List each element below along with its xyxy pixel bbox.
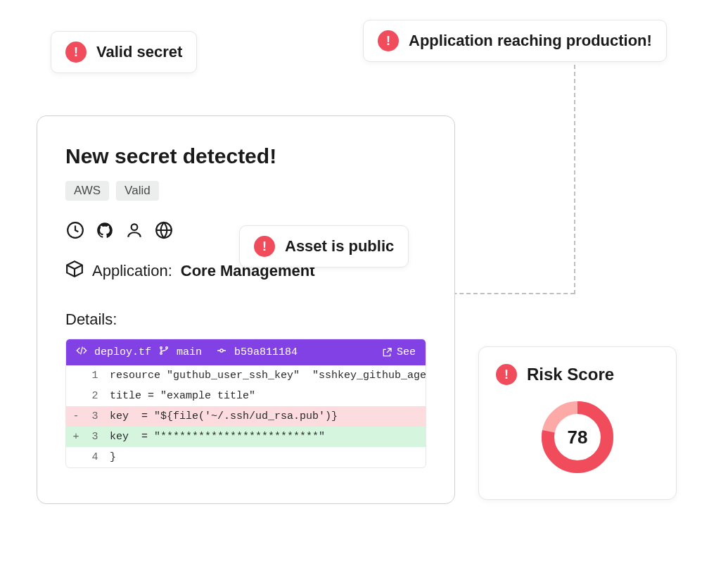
callout-app-production: Application reaching production! xyxy=(363,20,667,62)
filename: deploy.tf xyxy=(94,346,151,358)
svg-point-6 xyxy=(220,349,223,352)
tag-list: AWS Valid xyxy=(65,181,426,201)
clock-icon xyxy=(65,220,85,240)
callout-label: Asset is public xyxy=(285,237,394,256)
user-icon xyxy=(124,220,144,240)
risk-ring: 78 xyxy=(539,399,615,475)
code-line: 2title = "example title" xyxy=(66,386,426,406)
svg-point-3 xyxy=(160,347,162,349)
code-line: 4} xyxy=(66,447,426,467)
code-line: +3key = "*************************" xyxy=(66,427,426,447)
svg-point-5 xyxy=(160,353,162,355)
code-line: -3key = "${file('~/.ssh/ud_rsa.pub')} xyxy=(66,406,426,427)
risk-title: Risk Score xyxy=(527,365,614,384)
code-line: 1resource "guthub_user_ssh_key" "sshkey_… xyxy=(66,365,426,386)
github-icon xyxy=(95,220,115,240)
code-header: deploy.tf main b59a811184 See xyxy=(66,339,426,365)
tag-aws: AWS xyxy=(65,181,109,201)
card-title: New secret detected! xyxy=(65,144,426,168)
see-label: See xyxy=(397,346,416,358)
alert-icon xyxy=(496,364,517,385)
connector-line xyxy=(574,65,575,294)
callout-valid-secret: Valid secret xyxy=(51,31,197,73)
risk-score-card: Risk Score 78 xyxy=(478,346,677,500)
globe-icon xyxy=(154,220,174,240)
risk-value: 78 xyxy=(568,427,588,448)
package-icon xyxy=(65,260,84,282)
alert-icon xyxy=(65,42,87,63)
svg-point-1 xyxy=(132,224,138,230)
alert-icon xyxy=(378,30,399,51)
application-label: Application: xyxy=(92,262,172,280)
commit-icon xyxy=(216,345,227,360)
alert-icon xyxy=(254,236,275,257)
svg-point-4 xyxy=(166,347,168,349)
branch-icon xyxy=(158,345,170,360)
branch-name: main xyxy=(177,346,202,358)
secret-detected-card: New secret detected! AWS Valid Applicati… xyxy=(37,115,455,504)
see-link[interactable]: See xyxy=(381,346,416,358)
commit-hash: b59a811184 xyxy=(234,346,298,358)
details-label: Details: xyxy=(65,310,426,329)
code-block: deploy.tf main b59a811184 See 1resource … xyxy=(65,339,426,468)
risk-header: Risk Score xyxy=(496,364,659,385)
code-icon xyxy=(76,345,87,360)
callout-label: Valid secret xyxy=(96,43,182,61)
callout-asset-public: Asset is public xyxy=(239,225,409,268)
code-body: 1resource "guthub_user_ssh_key" "sshkey_… xyxy=(66,365,426,467)
callout-label: Application reaching production! xyxy=(409,32,652,50)
tag-valid: Valid xyxy=(116,181,159,201)
